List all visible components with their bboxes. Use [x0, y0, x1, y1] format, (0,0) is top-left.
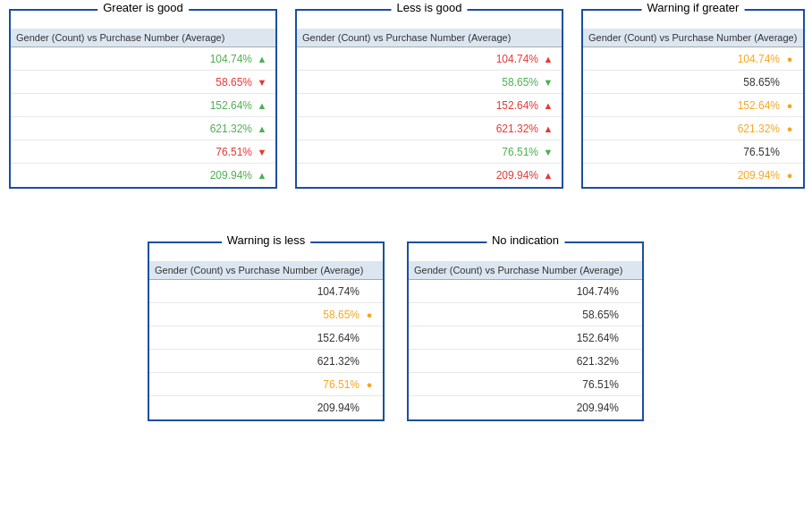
- row-icon: ●: [363, 309, 376, 320]
- row-value: 58.65%: [743, 76, 780, 89]
- table-row: 58.65%●: [149, 303, 383, 326]
- table-row: 76.51%●: [149, 373, 383, 396]
- table-row: 76.51%▼: [297, 140, 562, 164]
- no-indication-header: Gender (Count) vs Purchase Number (Avera…: [409, 261, 642, 280]
- row-icon: ▲: [256, 54, 268, 64]
- row-value: 152.64%: [577, 332, 619, 344]
- table-row: 209.94%▲: [297, 164, 562, 187]
- table-row: 152.64%: [409, 326, 642, 350]
- no-indication-panel: No indication Gender (Count) vs Purchase…: [407, 241, 644, 421]
- warning-greater-title: Warning if greater: [642, 1, 745, 14]
- row-icon: ▲: [542, 100, 554, 111]
- row-value: 621.32%: [317, 355, 359, 368]
- table-row: 152.64%●: [583, 94, 803, 117]
- row-icon: ●: [783, 54, 796, 64]
- warning-greater-header: Gender (Count) vs Purchase Number (Avera…: [583, 29, 803, 47]
- row-value: 76.51%: [216, 146, 252, 158]
- table-row: 621.32%●: [583, 117, 803, 140]
- table-row: 76.51%▼: [11, 140, 275, 164]
- table-row: 152.64%▲: [297, 94, 562, 117]
- table-row: 104.74%: [409, 280, 642, 303]
- table-row: 209.94%: [149, 396, 383, 419]
- row-value: 209.94%: [738, 169, 780, 182]
- warning-less-header: Gender (Count) vs Purchase Number (Avera…: [149, 261, 383, 280]
- row-icon: ▲: [542, 123, 554, 134]
- row-value: 76.51%: [582, 378, 619, 391]
- table-row: 104.74%: [149, 280, 383, 303]
- row-value: 76.51%: [323, 378, 359, 391]
- warning-less-panel: Warning is less Gender (Count) vs Purcha…: [148, 241, 385, 421]
- row-value: 104.74%: [317, 285, 359, 298]
- row-icon: ▼: [256, 147, 268, 157]
- row-value: 152.64%: [210, 99, 252, 112]
- row-value: 104.74%: [738, 53, 780, 65]
- table-row: 152.64%▲: [11, 94, 275, 117]
- row-value: 152.64%: [738, 99, 780, 112]
- row-value: 58.65%: [582, 309, 619, 321]
- table-row: 621.32%▲: [11, 117, 275, 140]
- table-row: 209.94%▲: [11, 164, 275, 187]
- row-value: 621.32%: [577, 355, 619, 368]
- row-value: 209.94%: [317, 402, 359, 414]
- no-indication-title: No indication: [486, 233, 564, 247]
- row-icon: ▲: [542, 54, 554, 64]
- table-row: 58.65%▼: [11, 71, 275, 94]
- less-good-rows: 104.74%▲58.65%▼152.64%▲621.32%▲76.51%▼20…: [297, 47, 562, 187]
- table-row: 621.32%▲: [297, 117, 562, 140]
- row-value: 76.51%: [743, 146, 780, 158]
- greater-good-title: Greater is good: [97, 1, 189, 14]
- row-icon: ▼: [542, 77, 554, 88]
- row-value: 104.74%: [496, 53, 538, 65]
- row-icon: ●: [783, 100, 796, 111]
- table-row: 209.94%●: [583, 164, 803, 187]
- table-row: 76.51%: [409, 373, 642, 396]
- row-icon: ▲: [542, 170, 554, 181]
- row-icon: ▼: [256, 77, 268, 88]
- table-row: 76.51%: [583, 140, 803, 164]
- row-value: 76.51%: [502, 146, 538, 158]
- less-good-title: Less is good: [392, 1, 468, 14]
- table-row: 621.32%: [409, 350, 642, 373]
- row-icon: ▲: [256, 170, 268, 181]
- table-row: 209.94%: [409, 396, 642, 419]
- row-value: 621.32%: [210, 123, 252, 135]
- table-row: 104.74%▲: [297, 47, 562, 71]
- row-icon: ●: [363, 379, 376, 390]
- table-row: 152.64%: [149, 326, 383, 350]
- table-row: 58.65%: [409, 303, 642, 326]
- row-value: 104.74%: [577, 285, 619, 298]
- greater-good-header: Gender (Count) vs Purchase Number (Avera…: [11, 29, 275, 47]
- row-value: 621.32%: [738, 123, 780, 135]
- warning-less-rows: 104.74%58.65%●152.64%621.32%76.51%●209.9…: [149, 280, 383, 419]
- row-icon: ●: [783, 170, 796, 181]
- row-value: 58.65%: [216, 76, 252, 89]
- greater-good-panel: Greater is good Gender (Count) vs Purcha…: [9, 9, 277, 189]
- row-icon: ▼: [542, 147, 554, 157]
- row-value: 209.94%: [577, 402, 619, 414]
- warning-less-title: Warning is less: [222, 233, 311, 247]
- row-value: 58.65%: [323, 309, 359, 321]
- row-value: 209.94%: [210, 169, 252, 182]
- row-icon: ▲: [256, 123, 268, 134]
- less-good-header: Gender (Count) vs Purchase Number (Avera…: [297, 29, 562, 47]
- row-icon: ▲: [256, 100, 268, 111]
- row-value: 209.94%: [496, 169, 538, 182]
- row-value: 152.64%: [496, 99, 538, 112]
- row-icon: ●: [783, 123, 796, 134]
- warning-greater-panel: Warning if greater Gender (Count) vs Pur…: [581, 9, 805, 189]
- row-value: 104.74%: [210, 53, 252, 65]
- table-row: 104.74%●: [583, 47, 803, 71]
- less-good-panel: Less is good Gender (Count) vs Purchase …: [295, 9, 563, 189]
- greater-good-rows: 104.74%▲58.65%▼152.64%▲621.32%▲76.51%▼20…: [11, 47, 275, 187]
- warning-greater-rows: 104.74%●58.65%152.64%●621.32%●76.51%209.…: [583, 47, 803, 187]
- row-value: 621.32%: [496, 123, 538, 135]
- table-row: 104.74%▲: [11, 47, 275, 71]
- table-row: 58.65%: [583, 71, 803, 94]
- table-row: 621.32%: [149, 350, 383, 373]
- no-indication-rows: 104.74%58.65%152.64%621.32%76.51%209.94%: [409, 280, 642, 419]
- row-value: 58.65%: [502, 76, 538, 89]
- row-value: 152.64%: [317, 332, 359, 344]
- table-row: 58.65%▼: [297, 71, 562, 94]
